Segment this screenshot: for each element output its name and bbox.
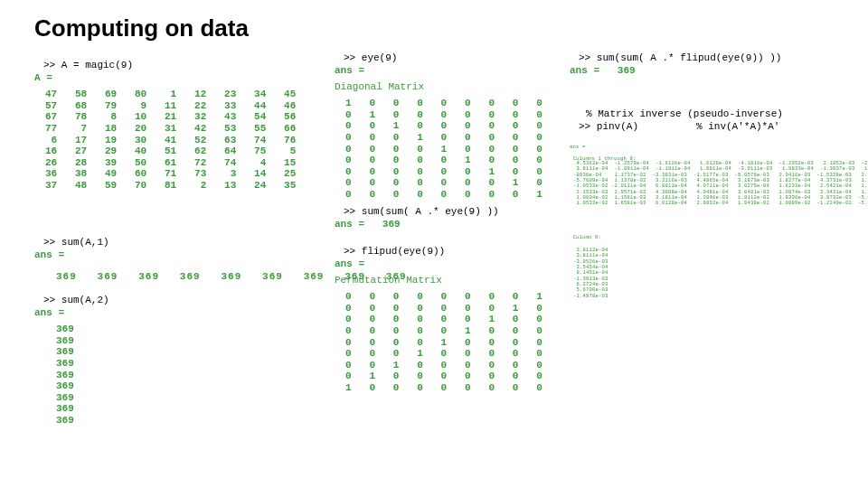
cmd-eye9: >> eye(9) bbox=[344, 52, 397, 63]
ans-sumsum-eye: ans = 369 bbox=[335, 219, 401, 230]
matrix-eye9: 1 0 0 0 0 0 0 0 0 0 1 0 0 0 0 0 0 0 0 0 … bbox=[345, 98, 542, 201]
label-ans-sumA2: ans = bbox=[34, 307, 64, 319]
cmd-flipud: >> flipud(eye(9)) bbox=[344, 246, 445, 257]
label-permutation-matrix: Permutation Matrix bbox=[335, 275, 442, 286]
label-A: A = bbox=[34, 72, 52, 84]
label-diagonal-matrix: Diagonal Matrix bbox=[335, 81, 424, 93]
pinv-header-col9: Column 9: bbox=[570, 235, 601, 240]
cmd-sumsum-flipud: >> sum(sum( A .* flipud(eye(9)) )) bbox=[579, 52, 781, 63]
comment-inv-formula: % inv(A'*A)*A' bbox=[696, 121, 779, 132]
comment-matrix-inverse: % Matrix inverse (pseudo-inverse) bbox=[586, 108, 783, 119]
label-ans-flipud: ans = bbox=[335, 258, 364, 270]
cmd-magic9: >> A = magic(9) bbox=[43, 60, 133, 70]
pinv-body-col9: 3.8112e-04 3.8111e-04 -3.8526e-03 3.5454… bbox=[573, 248, 609, 299]
slide-title: Computing on data bbox=[34, 14, 249, 42]
matrix-magic9: 47 58 69 80 1 12 23 34 45 57 68 79 9 11 … bbox=[45, 89, 296, 192]
ans-sumsum-flipud: ans = 369 bbox=[570, 65, 636, 77]
label-ans-eye9: ans = bbox=[335, 65, 364, 77]
pinv-body-cols1-8: 4.5362e-04 -1.2579e-04 -1.6126e-04 1.612… bbox=[573, 161, 868, 207]
col-sumA2: 369 369 369 369 369 369 369 369 369 bbox=[56, 324, 74, 427]
matrix-flipud: 0 0 0 0 0 0 0 0 1 0 0 0 0 0 0 0 1 0 0 0 … bbox=[345, 291, 542, 394]
cmd-pinv: >> pinv(A) bbox=[579, 121, 638, 132]
cmd-sumA1: >> sum(A,1) bbox=[43, 237, 109, 248]
cmd-sumA2: >> sum(A,2) bbox=[43, 295, 109, 305]
cmd-sumsum-eye: >> sum(sum( A .* eye(9) )) bbox=[344, 206, 499, 217]
label-ans-sumA1: ans = bbox=[34, 249, 64, 261]
